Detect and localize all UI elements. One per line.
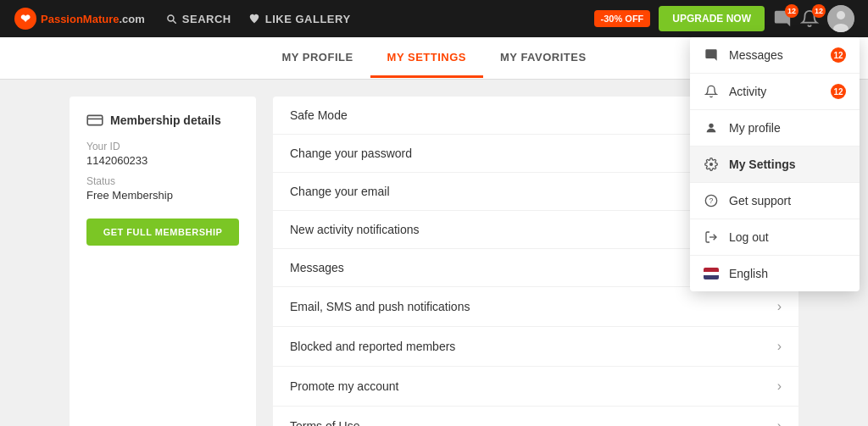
notifications-badge: 12 [812,4,826,18]
logo[interactable]: ❤ PassionMature.com [14,7,145,30]
dropdown-activity[interactable]: Activity 12 [690,74,860,110]
search-icon [165,13,177,25]
heart-icon [248,13,260,25]
svg-point-7 [709,124,713,128]
dropdown-menu: Messages 12 Activity 12 My profile My Se… [690,37,860,291]
left-panel: Membership details Your ID 1142060233 St… [70,97,256,426]
chevron-right-icon: › [777,418,782,426]
svg-text:❤: ❤ [20,12,31,25]
settings-terms-of-use[interactable]: Terms of Use › [273,407,798,426]
status-row: Status Free Membership [86,175,239,202]
tab-my-settings[interactable]: MY SETTINGS [370,39,483,78]
header-nav: SEARCH LIKE GALLERY [165,13,351,25]
messages-badge: 12 [785,4,798,18]
bell-dropdown-icon [704,84,719,99]
header-right: -30% OFF UPGRADE NOW 12 12 [594,5,854,32]
gear-icon [704,157,719,172]
membership-header: Membership details [86,113,239,127]
notifications-button[interactable]: 12 [800,9,819,28]
chevron-right-icon: › [777,299,782,314]
message-icon [704,47,719,63]
card-icon [86,113,103,127]
user-icon [704,120,719,136]
search-nav-item[interactable]: SEARCH [165,13,231,25]
avatar-image [827,5,854,32]
logo-text: PassionMature.com [41,13,145,25]
tab-my-favorites[interactable]: MY FAVORITES [483,39,604,78]
svg-text:?: ? [709,196,714,205]
dropdown-log-out[interactable]: Log out [690,219,860,256]
logo-icon: ❤ [14,7,37,30]
discount-badge: -30% OFF [594,10,651,27]
settings-email-sms-push[interactable]: Email, SMS and push notifications › [273,287,798,327]
help-icon: ? [704,193,719,208]
upgrade-button[interactable]: UPGRADE NOW [659,6,765,31]
svg-point-8 [709,163,713,166]
svg-rect-5 [87,115,103,124]
chevron-right-icon: › [777,379,782,394]
like-gallery-nav-item[interactable]: LIKE GALLERY [248,13,351,25]
dropdown-my-profile[interactable]: My profile [690,110,860,147]
your-id-row: Your ID 1142060233 [86,141,239,167]
header: ❤ PassionMature.com SEARCH LIKE GALLERY … [0,0,868,37]
dropdown-my-settings[interactable]: My Settings [690,147,860,183]
chevron-right-icon: › [777,339,782,354]
messages-button[interactable]: 12 [773,9,792,28]
svg-point-3 [837,11,845,19]
activity-dropdown-badge: 12 [831,84,846,99]
messages-dropdown-badge: 12 [831,47,846,63]
settings-blocked-members[interactable]: Blocked and reported members › [273,327,798,367]
dropdown-messages[interactable]: Messages 12 [690,37,860,74]
flag-icon [704,266,719,281]
avatar[interactable] [827,5,854,32]
get-membership-button[interactable]: GET FULL MEMBERSHIP [86,219,239,246]
power-icon [704,230,719,245]
dropdown-get-support[interactable]: ? Get support [690,183,860,219]
tab-my-profile[interactable]: MY PROFILE [264,39,370,78]
dropdown-language[interactable]: English [690,256,860,291]
settings-promote-account[interactable]: Promote my account › [273,367,798,407]
